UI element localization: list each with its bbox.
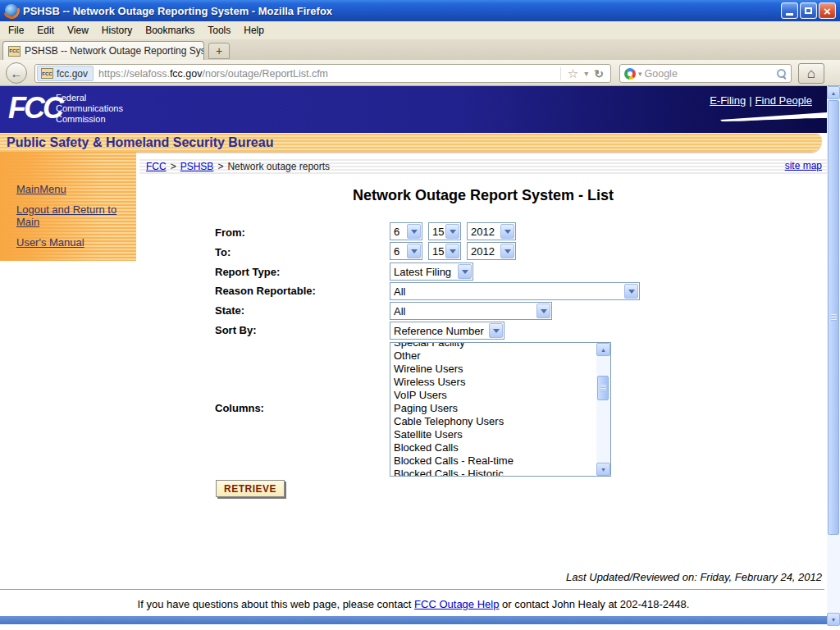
to-year-select[interactable]: 2012 <box>467 242 516 260</box>
url-domain: fcc.gov <box>170 68 203 80</box>
site-map-link[interactable]: site map <box>785 160 822 171</box>
contact-text-after: or contact John Healy at 202-418-2448. <box>499 598 689 610</box>
scroll-up-button[interactable]: ▲ <box>596 343 610 356</box>
menu-item[interactable]: View <box>61 22 95 39</box>
reason-reportable-select[interactable]: All <box>390 282 640 300</box>
url-path: /nors/outage/ReportList.cfm <box>202 68 328 80</box>
state-value: All <box>390 305 536 317</box>
url-prefix: https://selafoss. <box>98 68 170 80</box>
home-button[interactable]: ⌂ <box>798 63 824 84</box>
columns-option[interactable]: Special Facility <box>390 343 596 349</box>
window-title: PSHSB -- Network Outage Reporting System… <box>23 5 332 17</box>
columns-option[interactable]: Other <box>390 349 596 363</box>
columns-option[interactable]: Cable Telephony Users <box>390 415 596 428</box>
columns-option[interactable]: Satellite Users <box>390 428 596 441</box>
to-day-select[interactable]: 15 <box>428 242 461 260</box>
scroll-down-button[interactable]: ▼ <box>596 463 610 476</box>
chevron-down-icon <box>407 224 421 239</box>
reload-icon[interactable]: ↻ <box>594 67 604 80</box>
header-link-separator: | <box>746 94 755 107</box>
active-tab[interactable]: FCC PSHSB -- Network Outage Reporting Sy… <box>2 41 204 60</box>
sidebar-links: MainMenuLogout and Return to MainUser's … <box>0 152 136 249</box>
to-month-value: 6 <box>390 245 406 258</box>
scrollbar-thumb[interactable] <box>828 100 839 535</box>
search-engine-caret-icon[interactable]: ▾ <box>638 70 642 78</box>
navigation-bar: ← FCC fcc.gov https://selafoss.fcc.gov/n… <box>0 60 840 86</box>
listbox-scrollbar[interactable]: ▲ ▼ <box>596 343 610 476</box>
sidebar-link[interactable]: Logout and Return to Main <box>16 203 135 228</box>
menu-item[interactable]: Edit <box>30 22 61 39</box>
columns-option[interactable]: Wireless Users <box>390 376 596 389</box>
from-year-select[interactable]: 2012 <box>467 222 516 240</box>
menu-item[interactable]: Bookmarks <box>139 22 201 39</box>
report-type-value: Latest Filing <box>390 266 457 278</box>
page-content: FCC Federal Communications Commission E-… <box>0 86 827 630</box>
from-day-select[interactable]: 15 <box>428 222 461 240</box>
minimize-button[interactable] <box>781 2 798 19</box>
breadcrumb-pshsb-link[interactable]: PSHSB <box>180 161 214 172</box>
columns-options: Special FacilityOtherWireline UsersWirel… <box>390 343 596 476</box>
chevron-down-icon <box>445 224 459 239</box>
report-type-select[interactable]: Latest Filing <box>390 262 473 281</box>
minimize-icon <box>786 13 793 16</box>
breadcrumb-separator: > <box>213 161 227 172</box>
scroll-up-button[interactable]: ▲ <box>827 86 840 99</box>
scrollbar-thumb[interactable] <box>597 376 609 400</box>
page-scrollbar[interactable]: ▲ ▼ <box>827 86 840 626</box>
chevron-down-icon <box>624 284 638 299</box>
from-month-select[interactable]: 6 <box>390 222 422 240</box>
site-identity-chip[interactable]: FCC fcc.gov <box>37 66 94 81</box>
tab-title: PSHSB -- Network Outage Reporting System <box>25 45 204 57</box>
from-day-value: 15 <box>429 226 445 238</box>
efiling-link[interactable]: E-Filing <box>710 94 746 107</box>
state-select[interactable]: All <box>390 302 552 320</box>
title-bar: PSHSB -- Network Outage Reporting System… <box>0 0 840 21</box>
columns-option[interactable]: Wireline Users <box>390 363 596 376</box>
firefox-icon <box>5 4 18 17</box>
url-bar[interactable]: FCC fcc.gov https://selafoss.fcc.gov/nor… <box>34 64 611 83</box>
google-logo-icon <box>624 68 636 80</box>
search-box[interactable]: ▾ <box>619 64 792 83</box>
last-updated-text: Last Updated/Reviewed on: Friday, Februa… <box>566 571 822 583</box>
scroll-down-button[interactable]: ▼ <box>827 613 840 626</box>
find-people-link[interactable]: Find People <box>756 94 812 107</box>
url-text: https://selafoss.fcc.gov/nors/outage/Rep… <box>98 68 560 80</box>
columns-option[interactable]: VoIP Users <box>390 389 596 402</box>
magnifier-icon[interactable] <box>776 68 787 79</box>
bookmark-star-icon[interactable]: ☆ <box>568 67 578 80</box>
close-button[interactable]: × <box>819 2 836 19</box>
columns-option[interactable]: Paging Users <box>390 402 596 415</box>
chevron-down-icon <box>458 264 472 279</box>
columns-listbox[interactable]: Special FacilityOtherWireline UsersWirel… <box>390 342 611 477</box>
back-button[interactable]: ← <box>6 62 27 84</box>
menu-bar: FileEditViewHistoryBookmarksToolsHelp <box>0 21 840 39</box>
browser-window: PSHSB -- Network Outage Reporting System… <box>0 0 840 630</box>
scrollbar-grip-icon <box>831 314 837 321</box>
dropdown-caret-icon[interactable]: ▾ <box>584 69 588 78</box>
close-icon: × <box>824 5 831 17</box>
restore-button[interactable] <box>800 2 817 19</box>
new-tab-button[interactable]: + <box>208 43 230 59</box>
fcc-outage-help-link[interactable]: FCC Outage Help <box>414 598 499 610</box>
menu-item[interactable]: Help <box>237 22 271 39</box>
columns-option[interactable]: Blocked Calls - Historic <box>390 468 596 476</box>
columns-option[interactable]: Blocked Calls <box>390 441 596 454</box>
columns-option[interactable]: Blocked Calls - Real-time <box>390 454 596 468</box>
retrieve-button[interactable]: RETRIEVE <box>216 480 285 497</box>
menu-item[interactable]: History <box>95 22 139 39</box>
to-month-select[interactable]: 6 <box>390 242 422 260</box>
fcc-header-banner: FCC Federal Communications Commission E-… <box>0 86 827 133</box>
sidebar-link[interactable]: User's Manual <box>16 236 135 249</box>
breadcrumb-fcc-link[interactable]: FCC <box>146 161 167 172</box>
sort-by-select[interactable]: Reference Number <box>390 322 504 340</box>
agency-line: Commission <box>56 114 123 125</box>
menu-item[interactable]: File <box>2 22 30 39</box>
tab-strip: FCC PSHSB -- Network Outage Reporting Sy… <box>0 39 840 60</box>
sidebar-link[interactable]: MainMenu <box>16 183 135 195</box>
chevron-down-icon <box>445 244 459 258</box>
from-month-value: 6 <box>390 226 406 238</box>
menu-item[interactable]: Tools <box>201 22 237 39</box>
search-input[interactable] <box>645 68 776 80</box>
columns-list-viewport: Special FacilityOtherWireline UsersWirel… <box>390 343 596 476</box>
agency-line: Communications <box>56 103 123 114</box>
